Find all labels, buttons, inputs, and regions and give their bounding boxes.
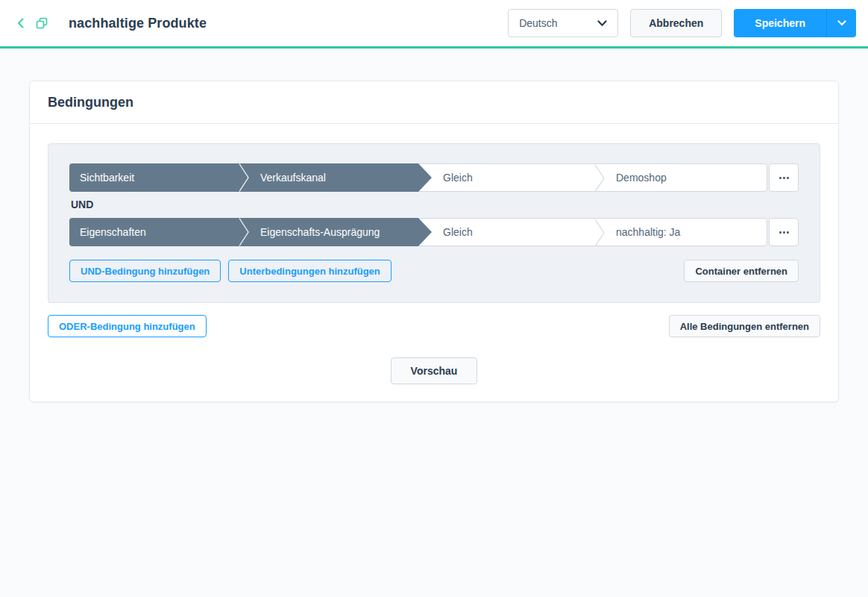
segment-divider-icon [594,164,606,193]
cancel-button[interactable]: Abbrechen [630,9,722,37]
save-button[interactable]: Speichern [734,9,826,37]
add-and-condition-button[interactable]: UND-Bedingung hinzufügen [69,260,221,282]
condition-type-select[interactable]: Sichtbarkeit [69,163,238,192]
condition-subtype-select[interactable]: Verkaufskanal [250,163,418,192]
card-title: Bedingungen [48,95,133,110]
chevron-down-icon [837,20,846,26]
add-or-condition-button[interactable]: ODER-Bedingung hinzufügen [48,315,207,337]
condition-container: Sichtbarkeit Verkaufskanal Gleich Demosh… [48,143,820,303]
card-header: Bedingungen [30,81,838,124]
copy-icon [34,16,49,31]
condition-type-group: Eigenschaften Eigenschafts-Ausprägung [69,218,418,246]
remove-all-conditions-button[interactable]: Alle Bedingungen entfernen [669,315,820,337]
condition-type-group: Sichtbarkeit Verkaufskanal [69,163,418,192]
condition-value-group: Gleich Demoshop [418,163,767,192]
and-operator-label: UND [71,198,799,212]
chevron-left-icon [14,16,28,30]
condition-operator-select[interactable]: Gleich [419,164,594,191]
chevron-down-icon [597,20,607,27]
remove-container-button[interactable]: Container entfernen [684,260,799,282]
condition-subtype-select[interactable]: Eigenschafts-Ausprägung [250,218,418,246]
main-content: Bedingungen Sichtbarkeit Verkaufskanal G… [0,49,868,402]
save-split-button: Speichern [734,9,856,37]
back-button[interactable] [10,13,31,34]
conditions-card: Bedingungen Sichtbarkeit Verkaufskanal G… [29,81,839,402]
spacer [399,260,677,282]
language-select[interactable]: Deutsch [508,9,618,37]
condition-menu-button[interactable] [769,163,799,192]
container-actions: UND-Bedingung hinzufügen Unterbedingunge… [69,260,799,282]
spacer [207,315,669,337]
condition-row: Eigenschaften Eigenschafts-Ausprägung Gl… [69,218,799,246]
segment-divider-icon [594,219,606,247]
card-body: Sichtbarkeit Verkaufskanal Gleich Demosh… [30,124,838,401]
condition-value-select[interactable]: Demoshop [606,164,767,191]
page-title: nachhaltige Produkte [69,16,207,31]
condition-row: Sichtbarkeit Verkaufskanal Gleich Demosh… [69,163,799,192]
preview-row: Vorschau [48,357,820,384]
top-bar: nachhaltige Produkte Deutsch Abbrechen S… [0,0,868,49]
segment-divider-icon [238,163,250,192]
condition-menu-button[interactable] [769,218,799,246]
condition-value-group: Gleich nachhaltig: Ja [418,218,767,246]
preview-button[interactable]: Vorschau [391,357,478,384]
tree-actions: ODER-Bedingung hinzufügen Alle Bedingung… [48,315,820,337]
language-select-value: Deutsch [519,17,557,29]
condition-type-select[interactable]: Eigenschaften [69,218,238,246]
duplicate-button[interactable] [31,13,52,34]
ellipsis-icon [779,231,781,234]
topbar-actions: Deutsch Abbrechen Speichern [508,9,856,37]
segment-divider-icon [238,218,250,246]
add-subcondition-button[interactable]: Unterbedingungen hinzufügen [228,260,391,282]
save-options-button[interactable] [826,9,856,37]
ellipsis-icon [779,177,781,179]
condition-value-select[interactable]: nachhaltig: Ja [606,219,767,246]
condition-operator-select[interactable]: Gleich [419,219,594,246]
